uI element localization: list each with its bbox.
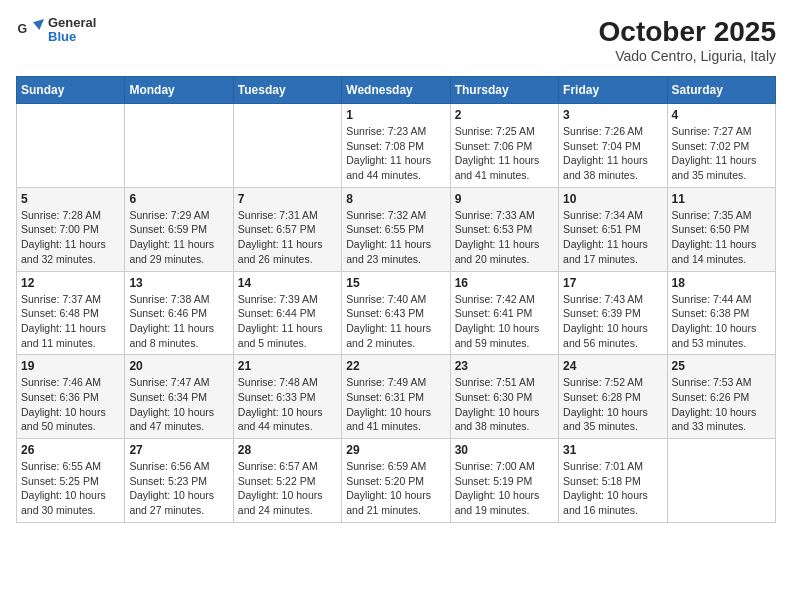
calendar-cell: 21Sunrise: 7:48 AM Sunset: 6:33 PM Dayli… xyxy=(233,355,341,439)
day-number: 24 xyxy=(563,359,662,373)
svg-text:G: G xyxy=(18,22,28,36)
day-number: 14 xyxy=(238,276,337,290)
day-number: 27 xyxy=(129,443,228,457)
day-number: 3 xyxy=(563,108,662,122)
weekday-header-cell: Tuesday xyxy=(233,77,341,104)
calendar-cell: 7Sunrise: 7:31 AM Sunset: 6:57 PM Daylig… xyxy=(233,187,341,271)
day-number: 10 xyxy=(563,192,662,206)
weekday-header-cell: Sunday xyxy=(17,77,125,104)
day-info: Sunrise: 7:01 AM Sunset: 5:18 PM Dayligh… xyxy=(563,459,662,518)
calendar-table: SundayMondayTuesdayWednesdayThursdayFrid… xyxy=(16,76,776,523)
weekday-header-cell: Saturday xyxy=(667,77,775,104)
day-info: Sunrise: 7:27 AM Sunset: 7:02 PM Dayligh… xyxy=(672,124,771,183)
calendar-week-row: 12Sunrise: 7:37 AM Sunset: 6:48 PM Dayli… xyxy=(17,271,776,355)
calendar-cell xyxy=(233,104,341,188)
calendar-cell: 15Sunrise: 7:40 AM Sunset: 6:43 PM Dayli… xyxy=(342,271,450,355)
day-number: 26 xyxy=(21,443,120,457)
calendar-cell: 4Sunrise: 7:27 AM Sunset: 7:02 PM Daylig… xyxy=(667,104,775,188)
calendar-cell: 10Sunrise: 7:34 AM Sunset: 6:51 PM Dayli… xyxy=(559,187,667,271)
calendar-cell: 28Sunrise: 6:57 AM Sunset: 5:22 PM Dayli… xyxy=(233,439,341,523)
day-info: Sunrise: 7:23 AM Sunset: 7:08 PM Dayligh… xyxy=(346,124,445,183)
calendar-cell: 19Sunrise: 7:46 AM Sunset: 6:36 PM Dayli… xyxy=(17,355,125,439)
calendar-cell: 6Sunrise: 7:29 AM Sunset: 6:59 PM Daylig… xyxy=(125,187,233,271)
day-info: Sunrise: 7:40 AM Sunset: 6:43 PM Dayligh… xyxy=(346,292,445,351)
calendar-cell: 9Sunrise: 7:33 AM Sunset: 6:53 PM Daylig… xyxy=(450,187,558,271)
day-number: 21 xyxy=(238,359,337,373)
calendar-cell: 11Sunrise: 7:35 AM Sunset: 6:50 PM Dayli… xyxy=(667,187,775,271)
day-number: 28 xyxy=(238,443,337,457)
day-info: Sunrise: 7:33 AM Sunset: 6:53 PM Dayligh… xyxy=(455,208,554,267)
calendar-cell: 25Sunrise: 7:53 AM Sunset: 6:26 PM Dayli… xyxy=(667,355,775,439)
weekday-header-cell: Friday xyxy=(559,77,667,104)
day-number: 15 xyxy=(346,276,445,290)
day-info: Sunrise: 6:55 AM Sunset: 5:25 PM Dayligh… xyxy=(21,459,120,518)
day-info: Sunrise: 7:38 AM Sunset: 6:46 PM Dayligh… xyxy=(129,292,228,351)
day-info: Sunrise: 7:47 AM Sunset: 6:34 PM Dayligh… xyxy=(129,375,228,434)
calendar-cell: 31Sunrise: 7:01 AM Sunset: 5:18 PM Dayli… xyxy=(559,439,667,523)
calendar-cell: 20Sunrise: 7:47 AM Sunset: 6:34 PM Dayli… xyxy=(125,355,233,439)
page-subtitle: Vado Centro, Liguria, Italy xyxy=(599,48,776,64)
day-number: 1 xyxy=(346,108,445,122)
day-info: Sunrise: 7:34 AM Sunset: 6:51 PM Dayligh… xyxy=(563,208,662,267)
day-info: Sunrise: 7:00 AM Sunset: 5:19 PM Dayligh… xyxy=(455,459,554,518)
calendar-week-row: 19Sunrise: 7:46 AM Sunset: 6:36 PM Dayli… xyxy=(17,355,776,439)
day-info: Sunrise: 7:28 AM Sunset: 7:00 PM Dayligh… xyxy=(21,208,120,267)
day-info: Sunrise: 6:56 AM Sunset: 5:23 PM Dayligh… xyxy=(129,459,228,518)
title-block: October 2025 Vado Centro, Liguria, Italy xyxy=(599,16,776,64)
weekday-header-row: SundayMondayTuesdayWednesdayThursdayFrid… xyxy=(17,77,776,104)
day-number: 23 xyxy=(455,359,554,373)
calendar-cell: 5Sunrise: 7:28 AM Sunset: 7:00 PM Daylig… xyxy=(17,187,125,271)
day-info: Sunrise: 7:29 AM Sunset: 6:59 PM Dayligh… xyxy=(129,208,228,267)
page-header: G General Blue October 2025 Vado Centro,… xyxy=(16,16,776,64)
logo-icon: G xyxy=(16,16,44,44)
day-info: Sunrise: 7:35 AM Sunset: 6:50 PM Dayligh… xyxy=(672,208,771,267)
calendar-cell: 14Sunrise: 7:39 AM Sunset: 6:44 PM Dayli… xyxy=(233,271,341,355)
day-info: Sunrise: 7:43 AM Sunset: 6:39 PM Dayligh… xyxy=(563,292,662,351)
day-number: 7 xyxy=(238,192,337,206)
calendar-cell xyxy=(667,439,775,523)
calendar-cell xyxy=(125,104,233,188)
calendar-cell: 29Sunrise: 6:59 AM Sunset: 5:20 PM Dayli… xyxy=(342,439,450,523)
day-number: 29 xyxy=(346,443,445,457)
calendar-cell: 26Sunrise: 6:55 AM Sunset: 5:25 PM Dayli… xyxy=(17,439,125,523)
day-number: 18 xyxy=(672,276,771,290)
calendar-week-row: 1Sunrise: 7:23 AM Sunset: 7:08 PM Daylig… xyxy=(17,104,776,188)
day-info: Sunrise: 7:46 AM Sunset: 6:36 PM Dayligh… xyxy=(21,375,120,434)
day-number: 19 xyxy=(21,359,120,373)
day-info: Sunrise: 7:37 AM Sunset: 6:48 PM Dayligh… xyxy=(21,292,120,351)
day-info: Sunrise: 7:32 AM Sunset: 6:55 PM Dayligh… xyxy=(346,208,445,267)
calendar-cell: 12Sunrise: 7:37 AM Sunset: 6:48 PM Dayli… xyxy=(17,271,125,355)
day-number: 17 xyxy=(563,276,662,290)
weekday-header-cell: Monday xyxy=(125,77,233,104)
calendar-cell: 27Sunrise: 6:56 AM Sunset: 5:23 PM Dayli… xyxy=(125,439,233,523)
calendar-cell: 23Sunrise: 7:51 AM Sunset: 6:30 PM Dayli… xyxy=(450,355,558,439)
logo-text: General Blue xyxy=(48,16,96,45)
day-number: 5 xyxy=(21,192,120,206)
day-info: Sunrise: 7:53 AM Sunset: 6:26 PM Dayligh… xyxy=(672,375,771,434)
calendar-week-row: 5Sunrise: 7:28 AM Sunset: 7:00 PM Daylig… xyxy=(17,187,776,271)
day-info: Sunrise: 7:42 AM Sunset: 6:41 PM Dayligh… xyxy=(455,292,554,351)
day-info: Sunrise: 6:59 AM Sunset: 5:20 PM Dayligh… xyxy=(346,459,445,518)
calendar-week-row: 26Sunrise: 6:55 AM Sunset: 5:25 PM Dayli… xyxy=(17,439,776,523)
day-number: 2 xyxy=(455,108,554,122)
calendar-cell: 24Sunrise: 7:52 AM Sunset: 6:28 PM Dayli… xyxy=(559,355,667,439)
day-number: 8 xyxy=(346,192,445,206)
calendar-cell: 30Sunrise: 7:00 AM Sunset: 5:19 PM Dayli… xyxy=(450,439,558,523)
day-number: 13 xyxy=(129,276,228,290)
calendar-cell: 8Sunrise: 7:32 AM Sunset: 6:55 PM Daylig… xyxy=(342,187,450,271)
day-info: Sunrise: 7:52 AM Sunset: 6:28 PM Dayligh… xyxy=(563,375,662,434)
day-info: Sunrise: 7:39 AM Sunset: 6:44 PM Dayligh… xyxy=(238,292,337,351)
day-number: 25 xyxy=(672,359,771,373)
svg-marker-1 xyxy=(33,19,44,30)
weekday-header-cell: Thursday xyxy=(450,77,558,104)
day-info: Sunrise: 7:48 AM Sunset: 6:33 PM Dayligh… xyxy=(238,375,337,434)
day-info: Sunrise: 7:44 AM Sunset: 6:38 PM Dayligh… xyxy=(672,292,771,351)
calendar-cell: 16Sunrise: 7:42 AM Sunset: 6:41 PM Dayli… xyxy=(450,271,558,355)
day-info: Sunrise: 6:57 AM Sunset: 5:22 PM Dayligh… xyxy=(238,459,337,518)
day-info: Sunrise: 7:26 AM Sunset: 7:04 PM Dayligh… xyxy=(563,124,662,183)
logo-line1: General xyxy=(48,16,96,30)
day-info: Sunrise: 7:25 AM Sunset: 7:06 PM Dayligh… xyxy=(455,124,554,183)
calendar-cell: 17Sunrise: 7:43 AM Sunset: 6:39 PM Dayli… xyxy=(559,271,667,355)
logo: G General Blue xyxy=(16,16,96,45)
calendar-body: 1Sunrise: 7:23 AM Sunset: 7:08 PM Daylig… xyxy=(17,104,776,523)
